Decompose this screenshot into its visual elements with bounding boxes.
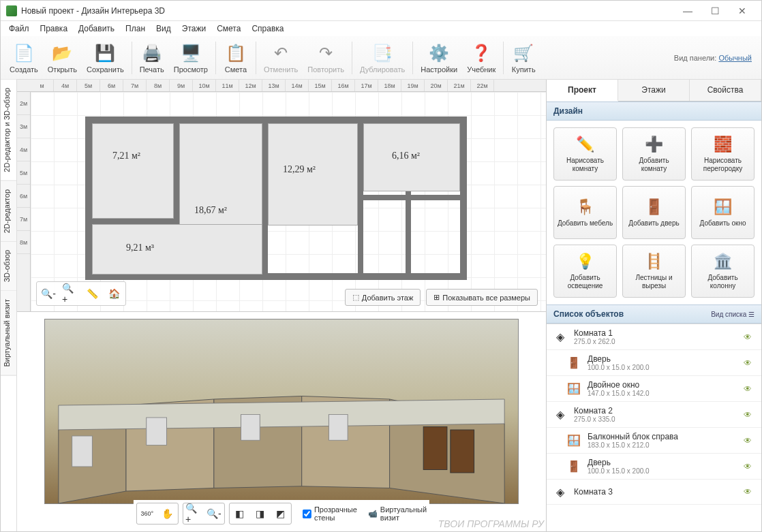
- design-btn-добавить-комнату[interactable]: ➕Добавить комнату: [622, 127, 686, 181]
- transparent-walls-checkbox[interactable]: Прозрачные стены: [303, 505, 357, 522]
- estimate-button[interactable]: 📋Смета: [219, 40, 253, 76]
- open-button[interactable]: 📂Открыть: [43, 40, 82, 76]
- menu-item-файл[interactable]: Файл: [3, 22, 35, 35]
- side-tab-3[interactable]: Виртуальный визит: [1, 291, 16, 376]
- object-item[interactable]: ◈Комната 2275.0 x 335.0👁: [547, 402, 761, 428]
- room-area-label: 12,29 м²: [283, 164, 316, 175]
- redo-icon: ↷: [315, 42, 337, 64]
- design-btn-добавить-колонну[interactable]: 🏛️Добавить колонну: [691, 245, 755, 298]
- vertical-tabs: 2D-редактор и 3D-обзор2D-редактор3D-обзо…: [1, 80, 17, 531]
- visibility-icon[interactable]: 👁: [744, 410, 756, 420]
- object-item[interactable]: 🪟Двойное окно147.0 x 15.0 x 142.0👁: [547, 376, 761, 402]
- zoom-out-button[interactable]: 🔍-: [40, 285, 57, 302]
- right-tab-этажи[interactable]: Этажи: [618, 80, 690, 101]
- zoom-in-3d-button[interactable]: 🔍+: [185, 505, 202, 522]
- visibility-icon[interactable]: 👁: [744, 462, 756, 471]
- menu-item-правка[interactable]: Правка: [35, 22, 74, 35]
- camera-icon: 📹: [368, 510, 378, 518]
- create-button[interactable]: 📄Создать: [5, 40, 43, 76]
- menu-item-этажи[interactable]: Этажи: [177, 22, 211, 35]
- rotate-360-button[interactable]: 360°: [138, 505, 156, 522]
- view-side-button[interactable]: ◩: [272, 505, 290, 522]
- svg-rect-11: [451, 430, 474, 473]
- home-button[interactable]: 🏠: [105, 285, 123, 302]
- right-tab-проект[interactable]: Проект: [547, 80, 618, 101]
- object-item[interactable]: 🚪Дверь100.0 x 15.0 x 200.0👁: [547, 454, 761, 480]
- buy-button[interactable]: 🛒Купить: [506, 40, 540, 76]
- design-btn-добавить-освещение[interactable]: 💡Добавить освещение: [553, 245, 617, 298]
- zoom-in-button[interactable]: 🔍+: [61, 285, 79, 302]
- view-top-button[interactable]: ◨: [252, 505, 269, 522]
- menu-item-добавить[interactable]: Добавить: [73, 22, 120, 35]
- menu-item-план[interactable]: План: [120, 22, 151, 35]
- add-floor-button[interactable]: ⬚ Добавить этаж: [345, 289, 421, 306]
- room-area-label: 7,21 м²: [112, 151, 140, 161]
- list-view-mode[interactable]: Вид списка ☰: [711, 311, 755, 318]
- svg-rect-10: [423, 427, 447, 470]
- design-btn-добавить-окно[interactable]: 🪟Добавить окно: [691, 186, 755, 239]
- object-item[interactable]: 🚪Дверь100.0 x 15.0 x 200.0👁: [547, 350, 761, 376]
- measure-button[interactable]: 📏: [83, 285, 101, 302]
- minimize-button[interactable]: ―: [674, 1, 701, 20]
- save-button[interactable]: 💾Сохранить: [82, 40, 129, 76]
- menu-bar: ФайлПравкаДобавитьПланВидЭтажиСметаСправ…: [1, 21, 761, 36]
- svg-rect-9: [329, 415, 348, 441]
- side-tab-2[interactable]: 3D-обзор: [1, 242, 16, 291]
- 3d-view-canvas[interactable]: 360° ✋ 🔍+ 🔍- ◧ ◨ ◩ Прозрачные стены 📹 Ви…: [17, 312, 546, 531]
- floorplan-canvas[interactable]: 7,21 м² 18,67 м² 12,29 м² 6,16 м² 9,21 м…: [31, 92, 546, 311]
- visibility-icon[interactable]: 👁: [744, 436, 756, 445]
- room-area-label: 18,67 м²: [194, 205, 227, 216]
- svg-rect-7: [147, 418, 167, 445]
- estimate-icon: 📋: [225, 42, 247, 64]
- object-item[interactable]: 🪟Балконный блок справа183.0 x 15.0 x 212…: [547, 428, 761, 454]
- side-tab-0[interactable]: 2D-редактор и 3D-обзор: [1, 80, 16, 181]
- preview-icon: 🖥️: [180, 42, 202, 64]
- main-toolbar: 📄Создать📂Открыть💾Сохранить🖨️Печать🖥️Прос…: [1, 36, 761, 80]
- design-btn-добавить-мебель[interactable]: 🪑Добавить мебель: [553, 186, 617, 239]
- pan-button[interactable]: ✋: [159, 505, 177, 522]
- zoom-out-3d-button[interactable]: 🔍-: [205, 505, 223, 522]
- visibility-icon[interactable]: 👁: [744, 487, 756, 497]
- redo-button: ↷Повторить: [303, 40, 349, 76]
- design-btn-лестницы-и-вырезы[interactable]: 🪜Лестницы и вырезы: [622, 245, 686, 298]
- close-button[interactable]: ✕: [729, 1, 756, 20]
- settings-button[interactable]: ⚙️Настройки: [416, 40, 462, 76]
- print-button[interactable]: 🖨️Печать: [135, 40, 169, 76]
- visibility-icon[interactable]: 👁: [744, 358, 756, 368]
- add-floor-icon: ⬚: [352, 293, 359, 302]
- side-tab-1[interactable]: 2D-редактор: [1, 181, 16, 242]
- show-dimensions-button[interactable]: ⊞ Показывать все размеры: [426, 289, 538, 306]
- create-icon: 📄: [13, 42, 35, 64]
- buy-icon: 🛒: [513, 42, 534, 64]
- object-item[interactable]: ◈Комната 1275.0 x 262.0👁: [547, 324, 761, 350]
- menu-item-вид[interactable]: Вид: [151, 22, 177, 35]
- ruler-vertical: 2м3м4м5м6м7м8м: [17, 92, 31, 311]
- design-btn-нарисовать-комнату[interactable]: ✏️Нарисовать комнату: [553, 127, 617, 181]
- menu-item-смета[interactable]: Смета: [211, 22, 246, 35]
- visibility-icon[interactable]: 👁: [744, 332, 756, 342]
- open-icon: 📂: [51, 42, 73, 64]
- design-btn-нарисовать-перегородку[interactable]: 🧱Нарисовать перегородку: [691, 127, 755, 181]
- dimensions-icon: ⊞: [433, 293, 440, 302]
- maximize-button[interactable]: ☐: [701, 1, 729, 20]
- settings-icon: ⚙️: [428, 42, 450, 64]
- right-tabs: ПроектЭтажиСвойства: [547, 80, 761, 101]
- menu-item-справка[interactable]: Справка: [246, 22, 289, 35]
- svg-rect-8: [241, 415, 260, 441]
- plan-zoom-tools: 🔍- 🔍+ 📏 🏠: [36, 281, 126, 306]
- virtual-visit-button[interactable]: 📹 Виртуальный визит: [368, 505, 427, 522]
- ruler-horizontal: м4м5м6м7м8м9м10м11м12м13м14м15м16м17м18м…: [17, 80, 546, 92]
- duplicate-button: 📑Дублировать: [355, 40, 410, 76]
- window-title: Новый проект - Дизайн Интерьера 3D: [21, 6, 674, 16]
- help-icon: ❓: [470, 42, 492, 64]
- 3d-render: [44, 319, 519, 504]
- right-tab-свойства[interactable]: Свойства: [690, 80, 761, 101]
- view-iso-button[interactable]: ◧: [231, 505, 249, 522]
- design-section-header: Дизайн: [547, 101, 761, 121]
- design-btn-добавить-дверь[interactable]: 🚪Добавить дверь: [622, 186, 686, 239]
- object-item[interactable]: ◈Комната 3👁: [547, 480, 761, 505]
- visibility-icon[interactable]: 👁: [744, 384, 756, 394]
- help-button[interactable]: ❓Учебник: [462, 40, 500, 76]
- preview-button[interactable]: 🖥️Просмотр: [169, 40, 213, 76]
- panel-mode-link[interactable]: Обычный: [718, 54, 752, 62]
